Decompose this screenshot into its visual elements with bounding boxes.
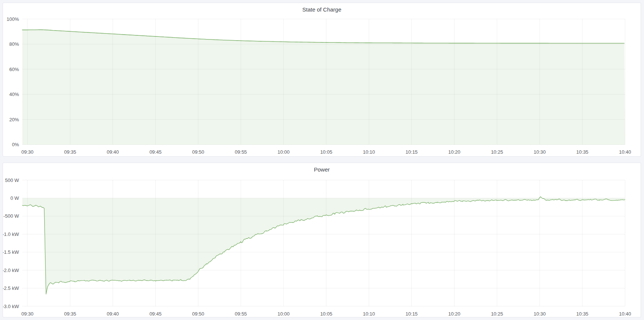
y-tick-label: 0 W bbox=[10, 195, 19, 201]
panel-title-power[interactable]: Power bbox=[3, 165, 641, 174]
x-tick-label: 10:00 bbox=[278, 149, 290, 155]
x-tick-label: 10:15 bbox=[405, 149, 418, 155]
y-tick-label: 20% bbox=[9, 117, 19, 122]
x-tick-label: 10:10 bbox=[363, 311, 375, 317]
series-fill bbox=[22, 30, 625, 145]
state-of-charge-chart[interactable]: 100%80%60%40%20%0%09:3009:3509:4009:4509… bbox=[3, 3, 641, 156]
series-fill bbox=[22, 197, 625, 294]
y-tick-label: 80% bbox=[9, 41, 19, 47]
x-tick-label: 09:50 bbox=[192, 311, 204, 317]
dashboard-page: { "theme": { "page_background": "#f4f5f9… bbox=[0, 0, 644, 320]
panel-state-of-charge: 100%80%60%40%20%0%09:3009:3509:4009:4509… bbox=[3, 3, 641, 157]
y-tick-label: 100% bbox=[7, 16, 19, 22]
x-tick-label: 09:40 bbox=[107, 311, 119, 317]
x-tick-label: 09:45 bbox=[149, 149, 162, 155]
x-tick-label: 10:10 bbox=[363, 149, 375, 155]
y-tick-label: -2.5 kW bbox=[3, 285, 19, 291]
x-tick-label: 10:35 bbox=[576, 149, 589, 155]
power-chart[interactable]: 500 W0 W-500 W-1.0 kW-1.5 kW-2.0 kW-2.5 … bbox=[3, 163, 641, 317]
y-tick-label: -1.0 kW bbox=[3, 231, 19, 237]
x-tick-label: 10:20 bbox=[448, 311, 460, 317]
x-tick-label: 09:35 bbox=[64, 311, 76, 317]
x-tick-label: 10:25 bbox=[491, 311, 503, 317]
x-tick-label: 10:40 bbox=[619, 149, 631, 155]
x-tick-label: 10:05 bbox=[320, 149, 333, 155]
y-tick-label: -500 W bbox=[3, 213, 19, 219]
y-tick-label: 60% bbox=[9, 67, 19, 72]
y-tick-label: 40% bbox=[9, 92, 19, 97]
y-tick-label: -2.0 kW bbox=[3, 268, 19, 273]
x-tick-label: 09:50 bbox=[192, 149, 204, 155]
x-tick-label: 09:30 bbox=[22, 311, 34, 317]
x-tick-label: 09:30 bbox=[22, 149, 34, 155]
x-tick-label: 10:40 bbox=[619, 311, 631, 317]
x-tick-label: 10:15 bbox=[405, 311, 418, 317]
x-tick-label: 10:30 bbox=[534, 311, 546, 317]
x-tick-label: 09:45 bbox=[149, 311, 162, 317]
x-tick-label: 10:25 bbox=[491, 149, 503, 155]
panel-title-state-of-charge[interactable]: State of Charge bbox=[3, 5, 641, 14]
x-tick-label: 10:35 bbox=[576, 311, 589, 317]
y-tick-label: -1.5 kW bbox=[3, 249, 19, 255]
x-tick-label: 09:55 bbox=[235, 149, 247, 155]
x-tick-label: 10:05 bbox=[320, 311, 333, 317]
y-tick-label: 500 W bbox=[5, 177, 19, 183]
x-tick-label: 10:30 bbox=[534, 149, 546, 155]
y-tick-label: -3.0 kW bbox=[3, 304, 19, 309]
x-tick-label: 10:20 bbox=[448, 149, 460, 155]
x-tick-label: 09:35 bbox=[64, 149, 76, 155]
y-tick-label: 0% bbox=[12, 142, 19, 147]
x-tick-label: 09:40 bbox=[107, 149, 119, 155]
x-tick-label: 09:55 bbox=[235, 311, 247, 317]
x-tick-label: 10:00 bbox=[278, 311, 290, 317]
panel-power: 500 W0 W-500 W-1.0 kW-1.5 kW-2.0 kW-2.5 … bbox=[3, 163, 641, 317]
